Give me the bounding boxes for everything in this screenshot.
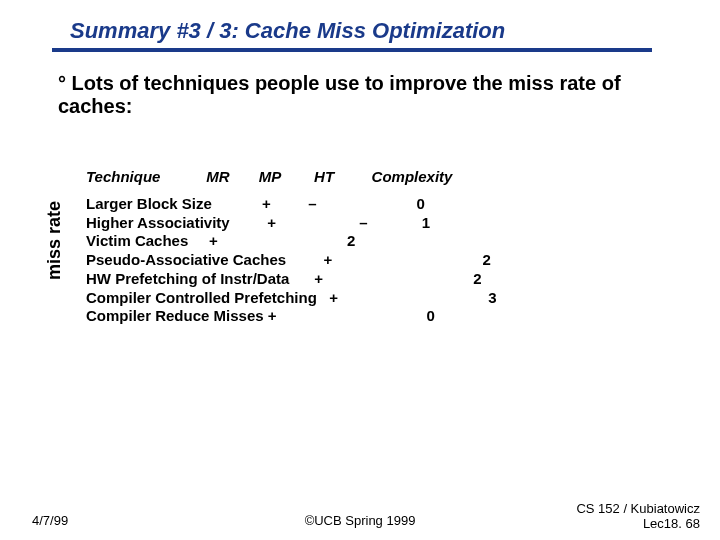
y-axis-label: miss rate bbox=[44, 201, 65, 280]
table-header: Technique MR MP HT Complexity bbox=[86, 168, 666, 187]
technique-table: Technique MR MP HT Complexity Larger Blo… bbox=[86, 168, 666, 326]
slide: Summary #3 / 3: Cache Miss Optimization … bbox=[0, 0, 720, 540]
bullet-main: ° Lots of techniques people use to impro… bbox=[58, 72, 678, 118]
table-rows: Larger Block Size + – 0 Higher Associati… bbox=[86, 195, 666, 326]
slide-title: Summary #3 / 3: Cache Miss Optimization bbox=[70, 18, 505, 44]
title-underline bbox=[52, 48, 652, 52]
footer-course-line2: Lec18. 68 bbox=[643, 516, 700, 531]
footer-course-line1: CS 152 / Kubiatowicz bbox=[576, 501, 700, 516]
footer-course: CS 152 / Kubiatowicz Lec18. 68 bbox=[576, 501, 700, 532]
